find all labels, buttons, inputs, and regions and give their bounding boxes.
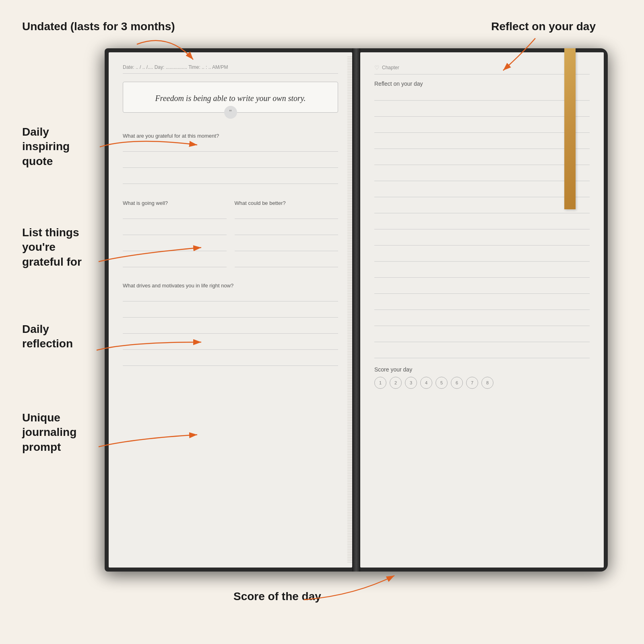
ribbon-bookmark (564, 48, 576, 209)
two-col-section: What is going well? What could be better… (123, 200, 338, 267)
going-well-section: What is going well? (123, 200, 227, 267)
chapter-text: Chapter (382, 65, 399, 70)
going-well-label: What is going well? (123, 200, 227, 206)
quote-box: Freedom is being able to write your own … (123, 82, 338, 113)
score-2[interactable]: 2 (390, 377, 402, 389)
quote-text: Freedom is being able to write your own … (135, 92, 326, 104)
left-page-header: Date: .. / .. /.... Day: ...............… (123, 64, 338, 74)
score-5[interactable]: 5 (436, 377, 448, 389)
undated-annotation: Undated (lasts for 3 months) (22, 19, 175, 34)
score-4[interactable]: 4 (420, 377, 432, 389)
score-title: Score your day (374, 366, 590, 373)
score-circles: 1 2 3 4 5 6 7 8 (374, 377, 590, 389)
score-1[interactable]: 1 (374, 377, 386, 389)
score-8[interactable]: 8 (481, 377, 493, 389)
date-field: Date: .. / .. /.... Day: ...............… (123, 64, 228, 70)
book: Date: .. / .. /.... Day: ...............… (105, 48, 608, 572)
daily-reflection-annotation: Dailyreflection (22, 322, 73, 351)
heart-icon: ♡ (374, 64, 380, 71)
score-3[interactable]: 3 (405, 377, 417, 389)
grateful-lines (123, 143, 338, 184)
unique-prompt-annotation: Uniquejournalingprompt (22, 411, 76, 454)
right-page-header: ♡ Chapter (374, 64, 590, 74)
grateful-prompt: What are you grateful for at this moment… (123, 133, 338, 139)
score-7[interactable]: 7 (466, 377, 478, 389)
motivates-prompt: What drives and motivates you in life ri… (123, 283, 338, 289)
motivates-section: What drives and motivates you in life ri… (123, 283, 338, 366)
score-section: Score your day 1 2 3 4 5 6 7 8 (374, 366, 590, 389)
daily-quote-annotation: Dailyinspiringquote (22, 125, 70, 169)
grateful-section: What are you grateful for at this moment… (123, 133, 338, 184)
book-spine (352, 48, 360, 572)
better-section: What could be better? (235, 200, 339, 267)
reflect-annotation: Reflect on your day (491, 19, 596, 34)
quote-mark: " (224, 106, 237, 119)
grateful-annotation: List thingsyou'regrateful for (22, 225, 82, 269)
left-page: Date: .. / .. /.... Day: ...............… (109, 52, 352, 568)
score-annotation: Score of the day (233, 589, 321, 604)
reflect-lines (374, 92, 590, 358)
reflect-title: Reflect on your day (374, 80, 590, 87)
score-6[interactable]: 6 (451, 377, 463, 389)
page-edges-left (347, 56, 352, 564)
better-label: What could be better? (235, 200, 339, 206)
